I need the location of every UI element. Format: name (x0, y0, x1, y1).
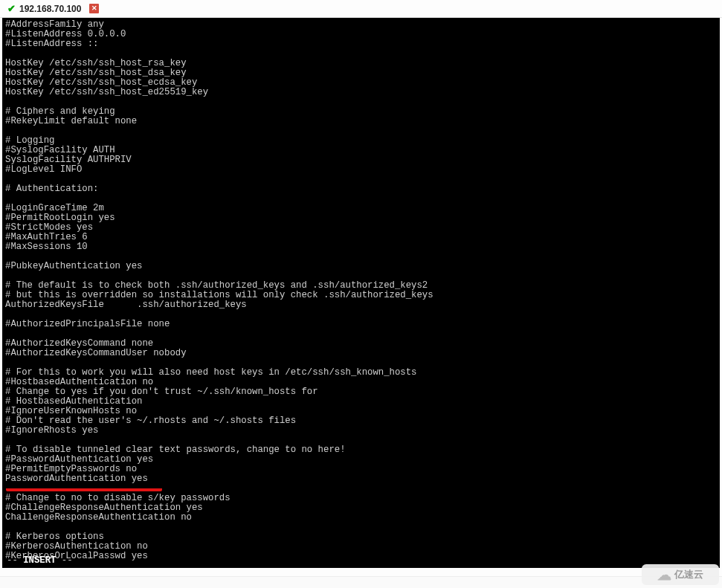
terminal-line (5, 126, 717, 136)
terminal-line: #ListenAddress 0.0.0.0 (5, 30, 717, 39)
terminal-line: #IgnoreRhosts yes (5, 426, 717, 436)
terminal-line: #AuthorizedPrincipalsFile none (5, 320, 717, 329)
terminal-line: #MaxSessions 10 (5, 242, 717, 252)
terminal-line (5, 523, 717, 532)
terminal-line: # Authentication: (5, 184, 717, 194)
cloud-icon: ☁ (657, 566, 671, 584)
terminal-line: #KerberosOrLocalPasswd yes (5, 552, 717, 561)
terminal-line: SyslogFacility AUTHPRIV (5, 155, 717, 165)
terminal-line: #RekeyLimit default none (5, 117, 717, 126)
terminal-line: #LogLevel INFO (5, 165, 717, 175)
terminal-line: #MaxAuthTries 6 (5, 233, 717, 242)
watermark-text: 亿速云 (674, 568, 703, 581)
terminal-line: #PermitRootLogin yes (5, 213, 717, 223)
terminal-line: #AuthorizedKeysCommandUser nobody (5, 349, 717, 358)
tab-bar: ✔ 192.168.70.100 ✕ (0, 0, 722, 18)
vim-status-line: -- INSERT -- (7, 556, 73, 566)
terminal-line: HostKey /etc/ssh/ssh_host_ed25519_key (5, 88, 717, 97)
terminal-view[interactable]: #AddressFamily any#ListenAddress 0.0.0.0… (2, 18, 720, 568)
terminal-line (5, 175, 717, 184)
terminal-line: ChallengeResponseAuthentication no (5, 513, 717, 523)
terminal-line: #StrictModes yes (5, 223, 717, 233)
close-tab-button[interactable]: ✕ (89, 4, 99, 13)
terminal-line: AuthorizedKeysFile .ssh/authorized_keys (5, 300, 717, 310)
terminal-line: #ListenAddress :: (5, 39, 717, 49)
terminal-line: # Don't read the user's ~/.rhosts and ~/… (5, 416, 717, 426)
terminal-line: PasswordAuthentication yes (5, 474, 717, 484)
terminal-line: #PubkeyAuthentication yes (5, 262, 717, 271)
tab-ip-label: 192.168.70.100 (19, 4, 81, 14)
terminal-line (5, 194, 717, 204)
horizontal-scrollbar[interactable] (0, 576, 722, 588)
connected-check-icon: ✔ (7, 3, 16, 14)
connection-tab[interactable]: ✔ 192.168.70.100 ✕ (3, 1, 103, 16)
watermark-badge: ☁ 亿速云 (642, 564, 719, 585)
